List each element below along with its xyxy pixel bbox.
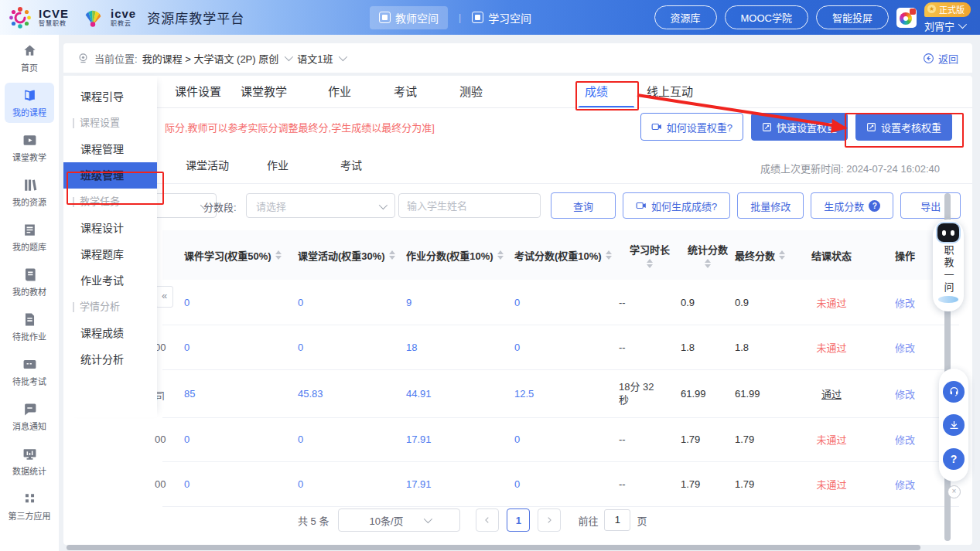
submenu-item-course-grades[interactable]: 课程成绩 [63,320,157,346]
export-button[interactable]: 导出 [900,192,961,219]
sort-icon[interactable] [647,259,653,268]
sort-icon[interactable] [389,250,395,260]
cell-activity[interactable]: 45.83 [298,388,406,400]
grade-update-time: 成绩上次更新时间: 2024-07-24 16:02:40 [760,161,940,175]
submenu-item-course-question-bank[interactable]: 课程题库 [63,241,157,267]
breadcrumb-class[interactable]: 语文1班 [297,51,333,66]
edit-link[interactable]: 修改 [874,340,936,355]
cell-activity[interactable]: 0 [298,342,406,353]
submenu-item-class-management[interactable]: 班级管理 [63,162,157,189]
cell-courseware[interactable]: 0 [184,478,298,490]
close-dock-icon[interactable]: × [948,485,961,498]
submenu-item-course-design[interactable]: 课程设计 [63,215,157,241]
quick-set-weight-button[interactable]: 快速设置权重 [751,113,848,141]
submenu-collapse-button[interactable]: « [155,286,173,308]
tab-courseware-settings[interactable]: 课件设置 [175,76,221,107]
cell-courseware[interactable]: 0 [184,434,298,445]
tab-quiz[interactable]: 测验 [459,76,483,107]
cell-exam[interactable]: 0 [514,434,619,445]
help-badge-icon: ? [869,200,880,212]
tab-exam[interactable]: 考试 [394,76,417,107]
submenu-item-homework-exam[interactable]: 作业考试 [63,267,157,294]
cell-activity[interactable]: 0 [298,297,406,308]
sidebar-item-my-courses[interactable]: 我的课程 [5,83,54,123]
prev-page-button[interactable] [476,508,499,532]
tab-online-interaction[interactable]: 线上互动 [647,76,693,107]
search-input[interactable] [399,200,551,212]
cell-homework[interactable]: 17.91 [406,434,514,445]
sidebar-item-home[interactable]: 首页 [5,38,54,78]
next-page-button[interactable] [538,508,561,532]
sort-icon[interactable] [705,259,711,268]
page-size-select[interactable]: 10条/页 [338,508,460,532]
sidebar-item-messages[interactable]: 消息通知 [5,396,54,437]
generate-scores-button[interactable]: 生成分数 ? [811,192,893,219]
download-button[interactable] [943,414,965,436]
edit-link[interactable]: 修改 [874,432,936,447]
breadcrumb-course[interactable]: 我的课程 > 大学语文 (2P) 原创 [142,51,279,66]
subtab-class-activity[interactable]: 课堂活动 [186,150,229,181]
sidebar-item-third-party-apps[interactable]: 第三方应用 [5,486,54,526]
query-button[interactable]: 查询 [551,192,616,219]
vocational-qa-widget[interactable]: 职教一问 [933,219,964,311]
sort-icon[interactable] [275,250,282,260]
teacher-space-button[interactable]: 教师空间 [370,6,448,29]
cell-homework[interactable]: 18 [406,342,514,353]
sidebar-item-my-resources[interactable]: 我的资源 [5,172,54,213]
pagination: 共 5 条 10条/页 1 前往 1 页 [298,508,647,532]
cell-activity[interactable]: 0 [298,434,406,445]
sort-icon[interactable] [606,250,612,260]
sidebar-item-statistics[interactable]: 数据统计 [5,441,54,481]
edit-link[interactable]: 修改 [874,295,936,310]
cell-courseware[interactable]: 0 [184,297,298,308]
user-menu[interactable]: ★ 正式版 刘宵宁 [924,2,971,33]
edit-link[interactable]: 修改 [874,477,936,491]
resource-library-button[interactable]: 资源库 [654,5,717,29]
cell-homework[interactable]: 9 [406,297,514,308]
sidebar-item-textbooks[interactable]: 我的教材 [5,262,54,302]
how-generate-grades-button[interactable]: 如何生成成绩? [623,192,730,219]
page-number-button[interactable]: 1 [507,508,530,532]
sidebar-item-classroom-teaching[interactable]: 课堂教学 [5,128,54,168]
cell-exam[interactable]: 12.5 [514,388,619,400]
submenu-item-statistical-analysis[interactable]: 统计分析 [63,346,157,372]
cell-exam[interactable]: 0 [514,342,619,353]
subtab-homework[interactable]: 作业 [267,150,289,181]
submenu-item-course-management[interactable]: 课程管理 [63,136,157,162]
cell-courseware[interactable]: 0 [184,342,298,353]
cell-exam[interactable]: 0 [514,478,619,490]
cell-activity[interactable]: 0 [298,478,406,490]
how-to-set-weight-button[interactable]: 如何设置权重? [640,113,743,141]
tab-grades[interactable]: 成绩 [585,76,608,107]
subtab-exam[interactable]: 考试 [340,150,362,181]
cell-exam[interactable]: 0 [514,297,619,308]
chevron-down-icon[interactable] [285,53,293,61]
help-button[interactable]: ? [943,448,965,470]
cell-homework[interactable]: 17.91 [406,478,514,490]
zjy-shell-logo [81,6,104,29]
divider [63,183,972,184]
set-assessment-weight-button[interactable]: 设置考核权重 [855,113,952,141]
submenu-item-course-guide[interactable]: 课程引导 [63,83,157,110]
tab-classroom-teaching[interactable]: 课堂教学 [241,76,287,107]
icve-app-icon[interactable] [896,8,917,28]
back-button[interactable]: 返回 [923,51,958,66]
horizontal-scrollbar[interactable] [67,545,920,550]
cell-courseware[interactable]: 85 [184,388,298,400]
mooc-college-button[interactable]: MOOC学院 [725,5,808,29]
cell-homework[interactable]: 44.91 [406,388,514,400]
score-range-select[interactable]: 请选择 [246,193,395,218]
student-space-button[interactable]: 学习空间 [472,10,531,26]
chevron-down-icon[interactable] [339,53,347,61]
sidebar-item-pending-exams[interactable]: 待批考试 [5,352,54,392]
customer-service-button[interactable] [943,381,965,403]
sort-icon[interactable] [779,250,785,260]
sidebar-item-question-bank[interactable]: 我的题库 [5,217,54,257]
sort-icon[interactable] [497,250,504,260]
sidebar-item-pending-homework[interactable]: 待批作业 [5,307,54,347]
edit-link[interactable]: 修改 [874,386,936,401]
smart-cast-button[interactable]: 智能投屏 [816,5,889,29]
batch-edit-button[interactable]: 批量修改 [737,192,804,219]
tab-homework[interactable]: 作业 [328,76,351,107]
goto-page-input[interactable]: 1 [604,509,630,531]
